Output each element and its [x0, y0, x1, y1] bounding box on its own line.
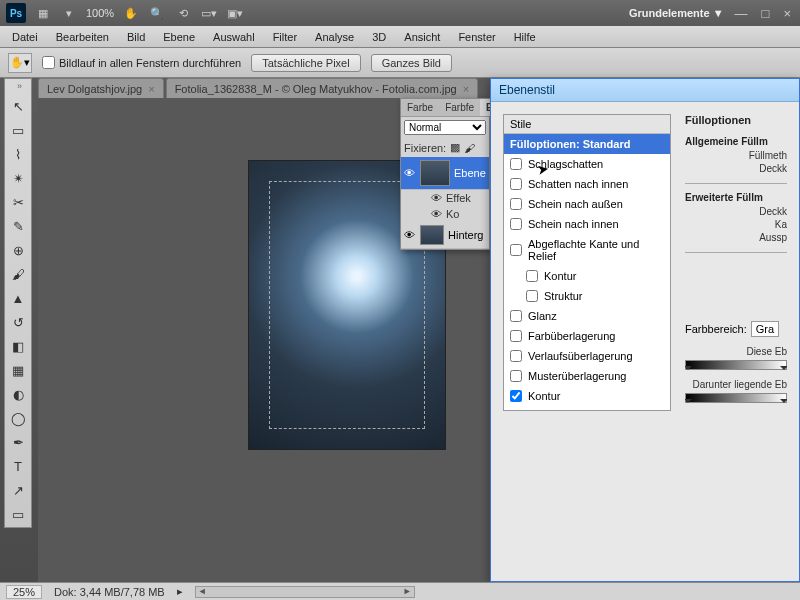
menu-bar: Datei Bearbeiten Bild Ebene Auswahl Filt… — [0, 26, 800, 48]
style-contour[interactable]: Kontur — [504, 266, 670, 286]
crop-tool[interactable]: ✂ — [7, 191, 29, 213]
wand-tool[interactable]: ✴ — [7, 167, 29, 189]
close-tab-icon[interactable]: × — [148, 83, 154, 95]
eyedropper-tool[interactable]: ✎ — [7, 215, 29, 237]
scroll-all-checkbox[interactable]: Bildlauf in allen Fenstern durchführen — [42, 56, 241, 69]
stamp-tool[interactable]: ▲ — [7, 287, 29, 309]
style-stroke[interactable]: Kontur — [504, 386, 670, 406]
gradient-tool[interactable]: ▦ — [7, 359, 29, 381]
layer-thumbnail[interactable] — [420, 225, 444, 245]
layer-effect-item[interactable]: 👁Ko — [401, 206, 489, 222]
layers-panel: Farbe Farbfe Eb Normal Fixieren:▩🖌 👁 Ebe… — [400, 98, 490, 250]
arrange-icon[interactable]: ▭▾ — [200, 4, 218, 22]
eraser-tool[interactable]: ◧ — [7, 335, 29, 357]
status-doc-size: Dok: 3,44 MB/7,78 MB — [54, 586, 165, 598]
menu-analyse[interactable]: Analyse — [307, 29, 362, 45]
brush-tool[interactable]: 🖌 — [7, 263, 29, 285]
history-brush-tool[interactable]: ↺ — [7, 311, 29, 333]
status-menu-icon[interactable]: ▸ — [177, 585, 183, 598]
style-inner-shadow[interactable]: Schatten nach innen — [504, 174, 670, 194]
move-tool[interactable]: ↖ — [7, 95, 29, 117]
knockout-label: Aussp — [685, 231, 787, 244]
actual-pixels-button[interactable]: Tatsächliche Pixel — [251, 54, 360, 72]
menu-hilfe[interactable]: Hilfe — [506, 29, 544, 45]
layer-name[interactable]: Hinterg — [448, 229, 483, 241]
dodge-tool[interactable]: ◯ — [7, 407, 29, 429]
path-tool[interactable]: ↗ — [7, 479, 29, 501]
styles-list: Stile Fülloptionen: Standard Schlagschat… — [503, 114, 671, 411]
lock-transparency-icon[interactable]: ▩ — [450, 141, 460, 154]
layer-row[interactable]: 👁 Hinterg — [401, 222, 489, 249]
layer-row[interactable]: 👁 Ebene — [401, 157, 489, 190]
menu-ebene[interactable]: Ebene — [155, 29, 203, 45]
opacity2-label: Deckk — [685, 205, 787, 218]
panel-tab-farbfelder[interactable]: Farbfe — [439, 99, 480, 116]
marquee-tool[interactable]: ▭ — [7, 119, 29, 141]
current-tool-icon[interactable]: ✋▾ — [8, 53, 32, 73]
fill-method-label: Füllmeth — [685, 149, 787, 162]
style-inner-glow[interactable]: Schein nach innen — [504, 214, 670, 234]
layer-name[interactable]: Ebene — [454, 167, 486, 179]
this-layer-label: Diese Eb — [685, 345, 787, 358]
close-button[interactable]: × — [780, 6, 794, 21]
lock-paint-icon[interactable]: 🖌 — [464, 142, 475, 154]
style-drop-shadow[interactable]: Schlagschatten — [504, 154, 670, 174]
heal-tool[interactable]: ⊕ — [7, 239, 29, 261]
menu-datei[interactable]: Datei — [4, 29, 46, 45]
visibility-icon[interactable]: 👁 — [404, 167, 416, 179]
visibility-icon[interactable]: 👁 — [431, 208, 442, 220]
document-tab-2[interactable]: Fotolia_1362838_M - © Oleg Matyukhov - F… — [166, 78, 478, 98]
zoom-level[interactable]: 100% — [86, 7, 114, 19]
style-gradient-overlay[interactable]: Verlaufsüberlagerung — [504, 346, 670, 366]
menu-fenster[interactable]: Fenster — [450, 29, 503, 45]
pen-tool[interactable]: ✒ — [7, 431, 29, 453]
style-color-overlay[interactable]: Farbüberlagerung — [504, 326, 670, 346]
zoom-icon[interactable]: 🔍 — [148, 4, 166, 22]
blend-if-select[interactable]: Gra — [751, 321, 779, 337]
status-bar: 25% Dok: 3,44 MB/7,78 MB ▸ — [0, 582, 800, 600]
blur-tool[interactable]: ◐ — [7, 383, 29, 405]
menu-bild[interactable]: Bild — [119, 29, 153, 45]
channels-label: Ka — [685, 218, 787, 231]
visibility-icon[interactable]: 👁 — [404, 229, 416, 241]
rotate-icon[interactable]: ⟲ — [174, 4, 192, 22]
close-tab-icon[interactable]: × — [463, 83, 469, 95]
fit-screen-button[interactable]: Ganzes Bild — [371, 54, 452, 72]
layer-effects-row[interactable]: 👁Effek — [401, 190, 489, 206]
bridge-icon[interactable]: ▦ — [34, 4, 52, 22]
minimize-button[interactable]: — — [732, 6, 751, 21]
screen-mode-icon[interactable]: ▣▾ — [226, 4, 244, 22]
style-texture[interactable]: Struktur — [504, 286, 670, 306]
layer-thumbnail[interactable] — [420, 160, 450, 186]
menu-ansicht[interactable]: Ansicht — [396, 29, 448, 45]
style-outer-glow[interactable]: Schein nach außen — [504, 194, 670, 214]
type-tool[interactable]: T — [7, 455, 29, 477]
styles-list-header: Stile — [504, 115, 670, 134]
underlying-slider[interactable] — [685, 393, 787, 403]
style-fill-options[interactable]: Fülloptionen: Standard — [504, 134, 670, 154]
work-area: » ↖ ▭ ⌇ ✴ ✂ ✎ ⊕ 🖌 ▲ ↺ ◧ ▦ ◐ ◯ ✒ T ↗ ▭ Le… — [0, 78, 800, 582]
horizontal-scrollbar[interactable] — [195, 586, 415, 598]
menu-3d[interactable]: 3D — [364, 29, 394, 45]
visibility-icon[interactable]: 👁 — [431, 192, 442, 204]
workspace-switcher[interactable]: Grundelemente ▼ — [629, 7, 724, 19]
this-layer-slider[interactable] — [685, 360, 787, 370]
menu-filter[interactable]: Filter — [265, 29, 305, 45]
hand-icon[interactable]: ✋ — [122, 4, 140, 22]
panel-tab-farbe[interactable]: Farbe — [401, 99, 439, 116]
blend-mode-select[interactable]: Normal — [404, 120, 486, 135]
shape-tool[interactable]: ▭ — [7, 503, 29, 525]
style-pattern-overlay[interactable]: Musterüberlagerung — [504, 366, 670, 386]
document-tab-1[interactable]: Lev Dolgatshjov.jpg× — [38, 78, 164, 98]
style-bevel-emboss[interactable]: Abgeflachte Kante und Relief — [504, 234, 670, 266]
status-zoom[interactable]: 25% — [6, 585, 42, 599]
lock-row: Fixieren:▩🖌 — [401, 138, 489, 157]
general-fill-label: Allgemeine Füllm — [685, 136, 787, 147]
style-satin[interactable]: Glanz — [504, 306, 670, 326]
menu-auswahl[interactable]: Auswahl — [205, 29, 263, 45]
history-icon[interactable]: ▾ — [60, 4, 78, 22]
toolbox-expand-icon[interactable]: » — [17, 81, 29, 93]
maximize-button[interactable]: □ — [759, 6, 773, 21]
lasso-tool[interactable]: ⌇ — [7, 143, 29, 165]
menu-bearbeiten[interactable]: Bearbeiten — [48, 29, 117, 45]
